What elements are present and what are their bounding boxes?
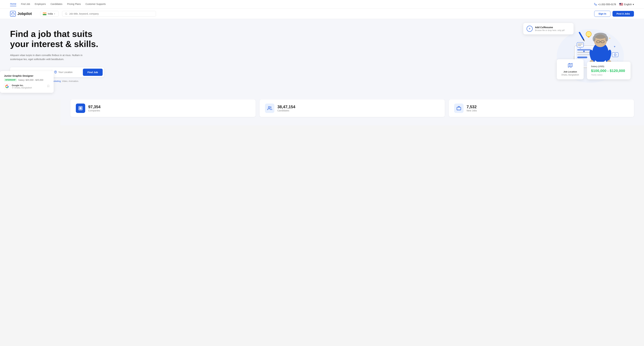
stat-companies-icon-box xyxy=(76,104,85,113)
company-logo xyxy=(4,83,10,89)
stat-companies-label: Companies xyxy=(88,109,100,112)
nav-support[interactable]: Customer Supports xyxy=(86,3,106,6)
phone-text: +1-202-555-0178 xyxy=(598,3,616,6)
stat-jobs-icon-box xyxy=(454,104,464,113)
svg-point-50 xyxy=(615,54,616,55)
svg-point-13 xyxy=(65,13,67,15)
svg-rect-46 xyxy=(578,44,583,44)
suggestion-end: , Video, Animation. xyxy=(61,80,79,82)
new-jobs-icon xyxy=(456,106,461,111)
cv-resume-card: + Add Cv/Resume Browse file or drop here… xyxy=(523,23,574,34)
svg-point-57 xyxy=(12,87,13,88)
svg-rect-8 xyxy=(12,13,14,15)
stats-section: 97,354 Companies 38,47,154 Candidates 7,… xyxy=(60,100,644,125)
cv-text-area: Add Cv/Resume Browse file or drop here. … xyxy=(535,26,564,32)
nav-candidates[interactable]: Candidates xyxy=(50,3,62,6)
nav-pricing[interactable]: Pricing Plans xyxy=(67,3,81,6)
nav-home[interactable]: Home xyxy=(10,3,16,6)
svg-marker-54 xyxy=(568,63,572,67)
top-navigation: Home Find Job Employers Candidates Prici… xyxy=(0,0,644,9)
nav-links: Home Find Job Employers Candidates Prici… xyxy=(10,3,589,6)
svg-rect-9 xyxy=(43,13,46,14)
salary-amount: $100,000 - $120,000 xyxy=(591,69,626,73)
briefcase-logo-icon xyxy=(11,12,14,16)
add-cv-icon: + xyxy=(526,26,533,32)
language-label: English xyxy=(624,3,632,6)
svg-rect-61 xyxy=(80,108,80,109)
logo-text: Jobpilot xyxy=(18,12,32,16)
svg-point-27 xyxy=(594,33,607,39)
svg-rect-40 xyxy=(588,37,590,38)
company-location: Dhaka, Bangladesh xyxy=(12,87,32,89)
svg-rect-11 xyxy=(43,14,46,15)
svg-rect-64 xyxy=(457,107,461,110)
logo-area: Jobpilot xyxy=(10,11,37,17)
companies-icon xyxy=(78,106,83,111)
stat-candidates-icon-box xyxy=(265,104,274,113)
cv-card-title: Add Cv/Resume xyxy=(535,26,564,29)
svg-text:✦: ✦ xyxy=(609,37,611,40)
nav-employers[interactable]: Employers xyxy=(35,3,46,6)
internship-badge: INTERNSHIP xyxy=(4,79,17,81)
location-selector[interactable]: India ▾ xyxy=(40,11,59,17)
svg-point-15 xyxy=(55,72,56,72)
sign-in-button[interactable]: Sign In xyxy=(594,11,610,17)
svg-rect-4 xyxy=(619,4,623,5)
cv-card-subtitle: Browse file or drop here. only pdf xyxy=(535,29,564,32)
location-card-label: Job Location xyxy=(560,71,581,73)
svg-rect-62 xyxy=(81,108,82,109)
hero-section: Find a job that suits your interest & sk… xyxy=(0,19,644,100)
hero-location-box xyxy=(54,71,83,74)
stat-jobs-label: New Jobs xyxy=(466,109,477,112)
hero-location-input[interactable] xyxy=(58,71,80,74)
hero-subtitle: Aliquam vitae turpis in diam convallis f… xyxy=(10,53,90,61)
language-selector[interactable]: English ▾ xyxy=(619,3,634,6)
svg-rect-44 xyxy=(577,43,584,47)
stat-jobs-text: 7,532 New Jobs xyxy=(466,105,477,112)
salary-card: Salary (USD) $100,000 - $120,000 Yearly … xyxy=(587,62,630,79)
company-name: Google Inc. xyxy=(12,84,32,87)
stat-candidates-text: 38,47,154 Candidates xyxy=(278,105,295,112)
post-job-button[interactable]: Post A Jobs xyxy=(612,11,634,17)
salary-period: Yearly salary xyxy=(591,74,626,76)
stat-candidates-count: 38,47,154 xyxy=(278,105,295,109)
svg-rect-59 xyxy=(80,107,80,108)
job-card-title: Junior Graphic Designer xyxy=(4,74,50,77)
location-label: India xyxy=(48,13,53,15)
svg-rect-7 xyxy=(619,3,621,4)
header-search-bar[interactable] xyxy=(62,11,156,17)
location-dot-icon xyxy=(12,87,14,89)
stat-jobs: 7,532 New Jobs xyxy=(449,100,634,117)
job-salary-range: Salary: $20,000 - $25,000 xyxy=(18,79,44,81)
bookmark-icon[interactable] xyxy=(47,85,50,88)
hero-title: Find a job that suits your interest & sk… xyxy=(10,29,111,49)
nav-find-job[interactable]: Find Job xyxy=(21,3,30,6)
svg-point-29 xyxy=(606,36,608,42)
header-search-input[interactable] xyxy=(69,13,153,15)
us-flag-icon xyxy=(619,3,623,6)
svg-point-41 xyxy=(587,32,590,35)
stat-candidates: 38,47,154 Candidates xyxy=(260,100,445,117)
hero-location-pin-icon xyxy=(54,71,57,74)
header-right: Sign In Post A Jobs xyxy=(594,11,634,17)
location-card-value: Dhaka, Bangladesh xyxy=(560,74,581,76)
stat-jobs-count: 7,532 xyxy=(466,105,477,109)
svg-point-63 xyxy=(268,107,270,108)
phone-icon xyxy=(594,3,597,6)
map-icon xyxy=(560,63,581,69)
phone-number: +1-202-555-0178 xyxy=(594,3,616,6)
svg-text:·: · xyxy=(617,59,618,61)
candidates-icon xyxy=(267,106,272,111)
salary-label: Salary (USD) xyxy=(591,65,626,68)
chevron-down-icon: ▾ xyxy=(633,3,634,6)
svg-point-12 xyxy=(44,14,45,14)
stat-companies: 97,354 Companies xyxy=(70,100,256,117)
top-nav-right: +1-202-555-0178 English ▾ xyxy=(594,3,634,6)
india-flag-icon xyxy=(43,13,46,15)
company-row: Google Inc. Dhaka, Bangladesh xyxy=(4,83,50,89)
svg-point-28 xyxy=(593,36,595,42)
find-job-button[interactable]: Find Job xyxy=(83,69,103,76)
header-search-icon xyxy=(65,13,68,15)
location-chevron-icon: ▾ xyxy=(54,13,55,15)
svg-rect-47 xyxy=(578,45,581,46)
